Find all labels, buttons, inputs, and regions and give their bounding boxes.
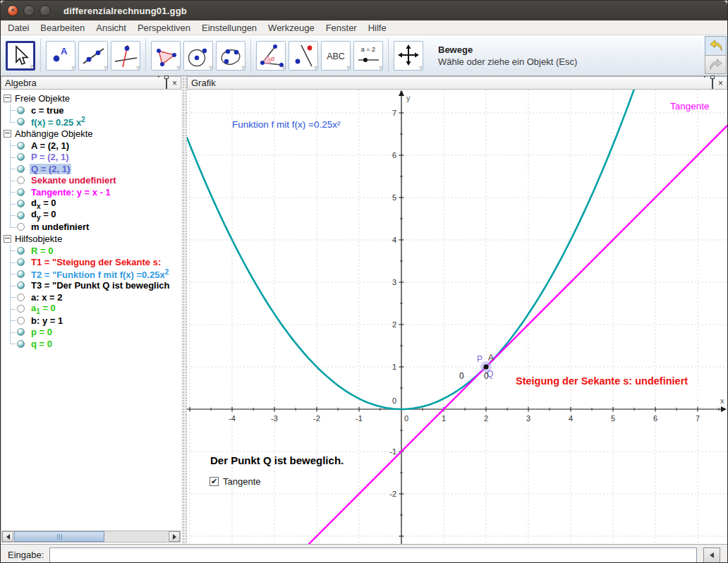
algebra-object-row[interactable]: p = 0: [10, 327, 181, 339]
object-visible-icon[interactable]: [17, 188, 25, 196]
menu-item-datei[interactable]: Datei: [2, 22, 35, 34]
algebra-object-row[interactable]: Sekante undefiniert: [10, 175, 181, 187]
tool-dropdown-icon[interactable]: ▿: [136, 64, 140, 71]
tool-angle-button[interactable]: α▿: [256, 41, 286, 71]
tool-move-view-button[interactable]: ▿: [394, 41, 423, 71]
input-help-button[interactable]: [703, 547, 720, 563]
algebra-object-row[interactable]: dy = 0: [10, 210, 181, 222]
algebra-menu-icon[interactable]: [157, 78, 161, 88]
tool-dropdown-icon[interactable]: ▿: [314, 64, 317, 71]
object-visible-icon[interactable]: [17, 107, 25, 114]
scrollbar-thumb[interactable]: [14, 531, 104, 542]
graphics-view[interactable]: -4-3-2-101234567-2-101234567xyPAQ00 Funk…: [187, 90, 727, 544]
algebra-object-row[interactable]: T2 = "Funktion f mit f(x) =0.25x2: [10, 268, 181, 280]
algebra-object-row[interactable]: dx = 0: [10, 198, 181, 210]
algebra-object-row[interactable]: f(x) = 0.25 x2: [10, 116, 181, 128]
tool-dropdown-icon[interactable]: ▿: [241, 64, 245, 71]
object-visible-icon[interactable]: [17, 200, 25, 207]
algebra-object-row[interactable]: T3 = "Der Punkt Q ist beweglich: [10, 280, 181, 292]
grafik-close-icon[interactable]: ×: [718, 80, 723, 87]
scroll-right-icon[interactable]: [169, 531, 180, 542]
titlebar[interactable]: ✕ ─ ▫ differenzialrechnung01.ggb: [1, 1, 727, 20]
algebra-section-0[interactable]: Freie Objekte: [1, 92, 181, 104]
algebra-object-row[interactable]: a1 = 0: [10, 303, 181, 315]
object-visible-icon[interactable]: [17, 165, 25, 173]
algebra-object-row[interactable]: R = 0: [10, 245, 181, 257]
algebra-input-field[interactable]: [49, 547, 697, 563]
tool-line-button[interactable]: ▿: [78, 41, 108, 71]
menu-item-fenster[interactable]: Fenster: [320, 22, 363, 34]
minimize-window-icon[interactable]: ─: [23, 5, 35, 16]
maximize-window-icon[interactable]: ▫: [40, 5, 51, 16]
object-hidden-icon[interactable]: [17, 293, 25, 301]
object-hidden-icon[interactable]: [17, 317, 25, 325]
algebra-object-row[interactable]: P = (2, 1): [10, 152, 181, 164]
object-visible-icon[interactable]: [17, 282, 25, 289]
object-hidden-icon[interactable]: [17, 223, 25, 231]
tool-dropdown-icon[interactable]: ▿: [176, 64, 180, 71]
menu-item-hilfe[interactable]: Hilfe: [363, 22, 392, 34]
object-visible-icon[interactable]: [17, 142, 25, 150]
tool-conic-button[interactable]: ▿: [216, 41, 245, 71]
algebra-object-row[interactable]: q = 0: [10, 338, 181, 350]
grafik-menu-icon[interactable]: [703, 78, 707, 88]
object-hidden-icon[interactable]: [17, 176, 25, 184]
menu-item-werkzeuge[interactable]: Werkzeuge: [262, 22, 320, 34]
collapse-toggle-icon[interactable]: [4, 130, 11, 138]
object-visible-icon[interactable]: [17, 340, 25, 348]
tool-move-button[interactable]: ▿: [6, 41, 35, 71]
algebra-object-row[interactable]: Q = (2, 1): [10, 163, 181, 175]
algebra-object-row[interactable]: T1 = "Steigung der Sekante s:: [10, 257, 181, 269]
algebra-object-row[interactable]: A = (2, 1): [10, 140, 181, 152]
tool-perpendicular-button[interactable]: ▿: [111, 41, 140, 71]
undo-button[interactable]: [705, 36, 727, 55]
panel-splitter[interactable]: [181, 76, 187, 544]
redo-button[interactable]: [705, 55, 727, 74]
scrollbar-track[interactable]: [104, 531, 168, 542]
tangente-checkbox[interactable]: ✔: [210, 477, 219, 486]
tool-point-button[interactable]: A▿: [46, 41, 75, 71]
tool-dropdown-icon[interactable]: ▿: [419, 64, 423, 71]
tool-slider-button[interactable]: a = 2▿: [353, 41, 383, 71]
menu-item-bearbeiten[interactable]: Bearbeiten: [35, 22, 90, 34]
algebra-section-2[interactable]: Hilfsobjekte: [1, 233, 181, 245]
menu-item-einstellungen[interactable]: Einstellungen: [196, 22, 262, 34]
algebra-close-icon[interactable]: ×: [172, 80, 177, 87]
algebra-horizontal-scrollbar[interactable]: [1, 531, 181, 543]
collapse-toggle-icon[interactable]: [4, 235, 11, 243]
algebra-undock-icon[interactable]: [166, 78, 167, 88]
object-visible-icon[interactable]: [17, 258, 25, 266]
object-visible-icon[interactable]: [17, 328, 25, 336]
algebra-object-row[interactable]: a: x = 2: [10, 291, 181, 303]
close-window-icon[interactable]: ✕: [7, 5, 18, 16]
object-visible-icon[interactable]: [17, 212, 25, 219]
tool-polygon-button[interactable]: ▿: [151, 41, 181, 71]
tool-circle-button[interactable]: ▿: [183, 41, 213, 71]
parabola-curve[interactable]: [187, 90, 641, 409]
menu-item-ansicht[interactable]: Ansicht: [90, 22, 132, 34]
menu-item-perspektiven[interactable]: Perspektiven: [132, 22, 196, 34]
algebra-object-row[interactable]: b: y = 1: [10, 315, 181, 327]
object-visible-icon[interactable]: [17, 247, 25, 255]
tool-dropdown-icon[interactable]: ▿: [379, 64, 382, 71]
tangent-line[interactable]: [296, 121, 727, 544]
algebra-section-1[interactable]: Abhängige Objekte: [1, 128, 181, 140]
tool-dropdown-icon[interactable]: ▿: [346, 64, 350, 71]
tool-text-button[interactable]: ABC▿: [321, 41, 351, 71]
object-visible-icon[interactable]: [17, 153, 25, 161]
tool-dropdown-icon[interactable]: ▿: [104, 64, 107, 71]
algebra-object-row[interactable]: c = true: [10, 104, 181, 116]
object-hidden-icon[interactable]: [17, 305, 25, 313]
algebra-object-row[interactable]: m undefiniert: [10, 222, 181, 234]
tool-dropdown-icon[interactable]: ▿: [30, 63, 33, 70]
tool-reflect-button[interactable]: ▿: [289, 41, 318, 71]
algebra-object-row[interactable]: Tangente: y = x - 1: [10, 186, 181, 198]
tool-dropdown-icon[interactable]: ▿: [281, 64, 285, 71]
scroll-left-icon[interactable]: [2, 531, 13, 542]
collapse-toggle-icon[interactable]: [4, 95, 11, 102]
grafik-undock-icon[interactable]: [712, 78, 713, 88]
object-visible-icon[interactable]: [17, 270, 25, 278]
object-visible-icon[interactable]: [17, 118, 25, 126]
tool-dropdown-icon[interactable]: ▿: [71, 64, 75, 71]
tool-dropdown-icon[interactable]: ▿: [209, 64, 212, 71]
